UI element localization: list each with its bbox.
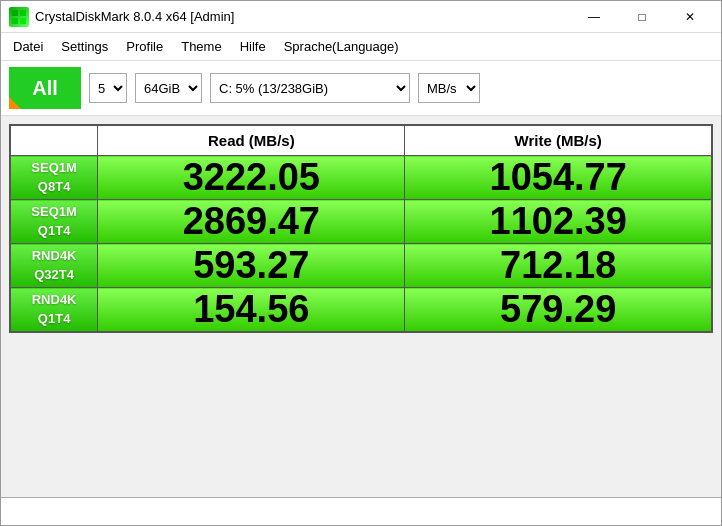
window-controls: — □ ✕ bbox=[571, 5, 713, 29]
menu-theme[interactable]: Theme bbox=[173, 36, 229, 57]
menu-hilfe[interactable]: Hilfe bbox=[232, 36, 274, 57]
window-title: CrystalDiskMark 8.0.4 x64 [Admin] bbox=[35, 9, 234, 24]
read-header: Read (MB/s) bbox=[98, 125, 405, 156]
menu-language[interactable]: Sprache(Language) bbox=[276, 36, 407, 57]
size-select[interactable]: 64GiB 1GiB 4GiB 16GiB 32GiB bbox=[135, 73, 202, 103]
menu-profile[interactable]: Profile bbox=[118, 36, 171, 57]
menu-settings[interactable]: Settings bbox=[53, 36, 116, 57]
main-content: Read (MB/s) Write (MB/s) SEQ1MQ8T4 3222.… bbox=[1, 116, 721, 497]
drive-select[interactable]: C: 5% (13/238GiB) bbox=[210, 73, 410, 103]
table-row: SEQ1MQ8T4 3222.05 1054.77 bbox=[10, 156, 712, 200]
write-value-1: 1102.39 bbox=[405, 200, 712, 244]
toolbar: All 5 1 3 64GiB 1GiB 4GiB 16GiB 32GiB C:… bbox=[1, 61, 721, 116]
runs-select[interactable]: 5 1 3 bbox=[89, 73, 127, 103]
all-button[interactable]: All bbox=[9, 67, 81, 109]
title-bar-left: CrystalDiskMark 8.0.4 x64 [Admin] bbox=[9, 7, 234, 27]
minimize-button[interactable]: — bbox=[571, 5, 617, 29]
read-value-2: 593.27 bbox=[98, 244, 405, 288]
row-label-1: SEQ1MQ1T4 bbox=[10, 200, 98, 244]
main-window: CrystalDiskMark 8.0.4 x64 [Admin] — □ ✕ … bbox=[0, 0, 722, 526]
table-row: RND4KQ32T4 593.27 712.18 bbox=[10, 244, 712, 288]
status-bar bbox=[1, 497, 721, 525]
row-label-3: RND4KQ1T4 bbox=[10, 288, 98, 333]
svg-rect-1 bbox=[20, 10, 26, 16]
menu-datei[interactable]: Datei bbox=[5, 36, 51, 57]
write-value-3: 579.29 bbox=[405, 288, 712, 333]
maximize-button[interactable]: □ bbox=[619, 5, 665, 29]
empty-header bbox=[10, 125, 98, 156]
read-value-1: 2869.47 bbox=[98, 200, 405, 244]
app-icon bbox=[9, 7, 29, 27]
svg-rect-3 bbox=[20, 18, 26, 24]
title-bar: CrystalDiskMark 8.0.4 x64 [Admin] — □ ✕ bbox=[1, 1, 721, 33]
row-label-2: RND4KQ32T4 bbox=[10, 244, 98, 288]
svg-rect-2 bbox=[12, 18, 18, 24]
svg-rect-0 bbox=[12, 10, 18, 16]
write-value-2: 712.18 bbox=[405, 244, 712, 288]
menu-bar: Datei Settings Profile Theme Hilfe Sprac… bbox=[1, 33, 721, 61]
benchmark-table: Read (MB/s) Write (MB/s) SEQ1MQ8T4 3222.… bbox=[9, 124, 713, 333]
row-label-0: SEQ1MQ8T4 bbox=[10, 156, 98, 200]
write-value-0: 1054.77 bbox=[405, 156, 712, 200]
table-row: RND4KQ1T4 154.56 579.29 bbox=[10, 288, 712, 333]
read-value-3: 154.56 bbox=[98, 288, 405, 333]
unit-select[interactable]: MB/s GB/s IOPS bbox=[418, 73, 480, 103]
close-button[interactable]: ✕ bbox=[667, 5, 713, 29]
read-value-0: 3222.05 bbox=[98, 156, 405, 200]
write-header: Write (MB/s) bbox=[405, 125, 712, 156]
table-row: SEQ1MQ1T4 2869.47 1102.39 bbox=[10, 200, 712, 244]
